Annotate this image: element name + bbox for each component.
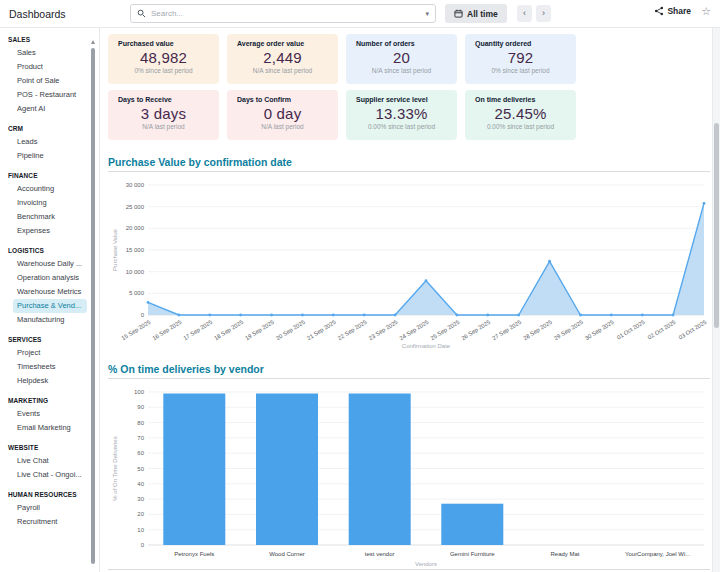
svg-text:25 Sep 2025: 25 Sep 2025: [429, 319, 460, 342]
sidebar-item-manufacturing[interactable]: Manufacturing: [13, 313, 87, 327]
page-title: Dashboards: [9, 8, 66, 20]
kpi-card-purchased-value: Purchased value48,9820% since last perio…: [108, 34, 219, 84]
kpi-value: 3 days: [118, 105, 209, 122]
svg-text:15 Sep 2025: 15 Sep 2025: [120, 319, 151, 342]
sidebar-item-live-chat-ongoi[interactable]: Live Chat - Ongoi...: [13, 468, 87, 482]
svg-text:test vendor: test vendor: [365, 551, 395, 557]
svg-text:Confirmation Date: Confirmation Date: [402, 343, 451, 349]
kpi-subtitle: N/A since last period: [237, 67, 328, 74]
sidebar-item-project[interactable]: Project: [13, 346, 87, 360]
main-scrollbar-track[interactable]: [712, 28, 720, 572]
svg-text:Petronyx Fuels: Petronyx Fuels: [174, 551, 214, 557]
svg-text:40: 40: [137, 481, 144, 487]
sidebar-item-email-marketing[interactable]: Email Marketing: [13, 421, 87, 435]
svg-text:01 Oct 2025: 01 Oct 2025: [616, 319, 646, 341]
svg-text:23 Sep 2025: 23 Sep 2025: [368, 319, 399, 342]
kpi-title: On time deliveries: [475, 96, 566, 103]
sidebar-section-title: SALES: [8, 36, 99, 43]
divider: [108, 378, 710, 379]
svg-text:0: 0: [141, 312, 145, 318]
svg-text:20 000: 20 000: [126, 225, 145, 231]
kpi-title: Number of orders: [356, 40, 447, 47]
svg-text:Purchase Value: Purchase Value: [112, 228, 118, 271]
sidebar-item-pos-restaurant[interactable]: POS - Restaurant: [13, 88, 87, 102]
search-input[interactable]: [151, 9, 420, 18]
sidebar-scroll-up-icon[interactable]: [91, 40, 95, 44]
kpi-value: 792: [475, 49, 566, 66]
sidebar-section-title: SERVICES: [8, 336, 99, 343]
svg-text:50: 50: [137, 466, 144, 472]
sidebar-item-invoicing[interactable]: Invoicing: [13, 196, 87, 210]
sidebar-item-operation-analysis[interactable]: Operation analysis: [13, 271, 87, 285]
svg-text:18 Sep 2025: 18 Sep 2025: [213, 319, 244, 342]
date-filter-label: All time: [467, 9, 498, 19]
kpi-subtitle: 0% since last period: [475, 67, 566, 74]
kpi-subtitle: 0% since last period: [118, 67, 209, 74]
purchase-value-chart-title: Purchase Value by confirmation date: [108, 156, 292, 168]
sidebar-item-sales[interactable]: Sales: [13, 46, 87, 60]
sidebar-scrollbar[interactable]: [91, 48, 95, 564]
svg-text:15 000: 15 000: [126, 247, 145, 253]
sidebar-item-pipeline[interactable]: Pipeline: [13, 149, 87, 163]
svg-text:YourCompany, Joel Wi...: YourCompany, Joel Wi...: [625, 551, 691, 557]
kpi-subtitle: N/A last period: [118, 123, 209, 130]
kpi-card-on-time-deliveries: On time deliveries25.45%0.00% since last…: [465, 90, 576, 140]
svg-text:30 Sep 2025: 30 Sep 2025: [584, 319, 615, 342]
svg-text:100: 100: [134, 389, 145, 395]
previous-period-button[interactable]: ‹: [517, 5, 532, 22]
sidebar-item-leads[interactable]: Leads: [13, 135, 87, 149]
sidebar-item-benchmark[interactable]: Benchmark: [13, 210, 87, 224]
divider: [108, 171, 710, 172]
sidebar-item-expenses[interactable]: Expenses: [13, 224, 87, 238]
sidebar-item-warehouse-daily[interactable]: Warehouse Daily ...: [13, 257, 87, 271]
sidebar-item-agent-ai[interactable]: Agent AI: [13, 102, 87, 116]
kpi-value: 13.33%: [356, 105, 447, 122]
on-time-deliveries-chart-title: % On time deliveries by vendor: [108, 363, 264, 375]
sidebar-section-human-resources: HUMAN RESOURCESPayrollRecruitment: [8, 491, 99, 529]
kpi-card-number-of-orders: Number of orders20N/A since last period: [346, 34, 457, 84]
favorite-star-icon[interactable]: ☆: [701, 5, 711, 18]
sidebar-item-purchase-vend[interactable]: Purchase & Vend...: [13, 299, 87, 313]
topbar: Dashboards ▾ All time ‹ › Share ☆: [0, 0, 720, 28]
sidebar-section-marketing: MARKETINGEventsEmail Marketing: [8, 397, 99, 435]
svg-text:5 000: 5 000: [129, 290, 145, 296]
sidebar-section-crm: CRMLeadsPipeline: [8, 125, 99, 163]
sidebar-item-events[interactable]: Events: [13, 407, 87, 421]
next-period-button[interactable]: ›: [536, 5, 551, 22]
sidebar-item-helpdesk[interactable]: Helpdesk: [13, 374, 87, 388]
date-filter-button[interactable]: All time: [445, 4, 507, 23]
svg-text:Gemini Furniture: Gemini Furniture: [450, 551, 495, 557]
search-caret-down-icon[interactable]: ▾: [425, 10, 429, 17]
share-icon: [654, 6, 664, 16]
svg-text:03 Oct 2025: 03 Oct 2025: [678, 319, 708, 341]
sidebar-item-product[interactable]: Product: [13, 60, 87, 74]
kpi-value: 20: [356, 49, 447, 66]
on-time-deliveries-by-vendor-chart[interactable]: 0102030405060708090100% of On Time Deliv…: [108, 382, 712, 572]
sidebar-item-live-chat[interactable]: Live Chat: [13, 454, 87, 468]
svg-text:29 Sep 2025: 29 Sep 2025: [553, 319, 584, 342]
kpi-grid: Purchased value48,9820% since last perio…: [108, 34, 576, 140]
main-scrollbar[interactable]: [714, 123, 719, 328]
sidebar-item-timesheets[interactable]: Timesheets: [13, 360, 87, 374]
sidebar-item-accounting[interactable]: Accounting: [13, 182, 87, 196]
kpi-subtitle: 0.00% since last period: [475, 123, 566, 130]
sidebar-item-recruitment[interactable]: Recruitment: [13, 515, 87, 529]
sidebar-section-title: WEBSITE: [8, 444, 99, 451]
sidebar-section-title: LOGISTICS: [8, 247, 99, 254]
sidebar-section-title: FINANCE: [8, 172, 99, 179]
sidebar-item-warehouse-metrics[interactable]: Warehouse Metrics: [13, 285, 87, 299]
kpi-card-days-to-receive: Days to Receive3 daysN/A last period: [108, 90, 219, 140]
kpi-value: 48,982: [118, 49, 209, 66]
sidebar-item-payroll[interactable]: Payroll: [13, 501, 87, 515]
kpi-title: Days to Receive: [118, 96, 209, 103]
svg-text:26 Sep 2025: 26 Sep 2025: [460, 319, 491, 342]
svg-text:28 Sep 2025: 28 Sep 2025: [522, 319, 553, 342]
svg-text:21 Sep 2025: 21 Sep 2025: [306, 319, 337, 342]
share-button[interactable]: Share: [654, 6, 691, 16]
sidebar-item-point-of-sale[interactable]: Point of Sale: [13, 74, 87, 88]
svg-text:% of On Time Deliveries: % of On Time Deliveries: [112, 436, 118, 500]
search-box[interactable]: ▾: [130, 4, 436, 23]
purchase-value-by-confirmation-date-chart[interactable]: 05 00010 00015 00020 00025 00030 000Purc…: [108, 176, 712, 356]
sidebar-section-title: CRM: [8, 125, 99, 132]
svg-text:Ready Mat: Ready Mat: [550, 551, 579, 557]
